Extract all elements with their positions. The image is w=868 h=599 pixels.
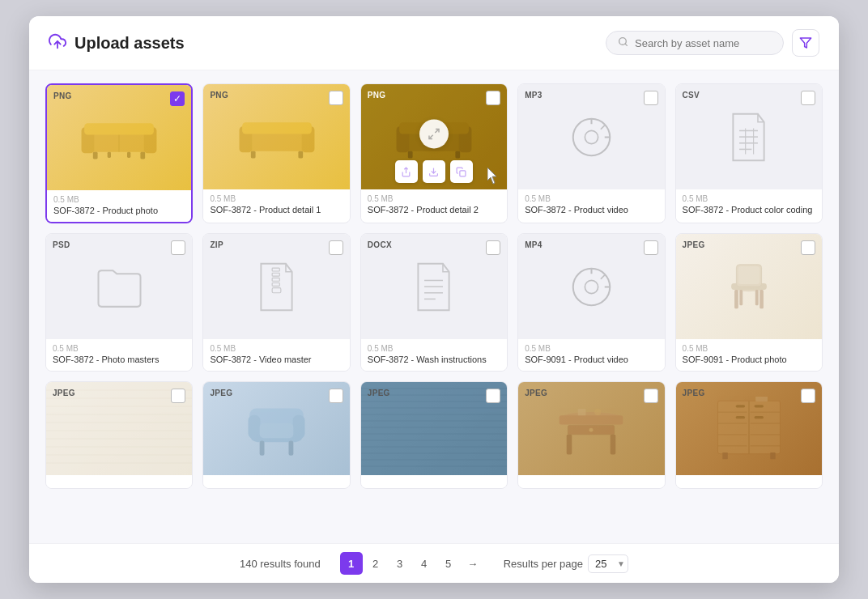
card-info [203, 475, 349, 488]
card-image [203, 84, 349, 189]
per-page-select[interactable]: 10 25 50 100 [588, 554, 628, 573]
svg-rect-16 [242, 122, 312, 134]
search-icon [618, 36, 628, 49]
card-checkbox[interactable] [801, 91, 815, 105]
next-page-button[interactable]: → [462, 552, 484, 575]
asset-card[interactable]: PNG [360, 83, 508, 223]
asset-grid-container: PNG ✓ [29, 70, 839, 543]
card-checkbox[interactable] [329, 91, 343, 105]
svg-rect-60 [760, 290, 764, 308]
card-type-label: JPEG [210, 389, 232, 397]
asset-card[interactable]: JPEG [45, 381, 193, 489]
svg-point-30 [573, 118, 611, 155]
card-info: 0.5 MB SOF-9091 - Product photo [676, 339, 822, 371]
card-checkbox[interactable] [644, 91, 658, 105]
asset-card[interactable]: JPEG [202, 381, 350, 489]
card-type-label: JPEG [683, 240, 705, 249]
header-right [606, 29, 819, 57]
card-info: 0.5 MB SOF-3872 - Product color coding [676, 189, 822, 221]
card-image [361, 234, 507, 339]
page-4-button[interactable]: 4 [413, 552, 436, 575]
svg-rect-62 [755, 290, 759, 305]
svg-marker-3 [800, 38, 811, 48]
page-3-button[interactable]: 3 [389, 552, 411, 575]
svg-rect-11 [108, 152, 111, 158]
card-checkbox[interactable] [486, 91, 500, 105]
card-name: SOF-3872 - Product color coding [683, 205, 815, 215]
svg-line-2 [625, 44, 627, 45]
svg-rect-43 [272, 278, 279, 281]
footer-center: 140 results found 1 2 3 4 5 → Results pe… [45, 552, 823, 575]
svg-rect-119 [755, 397, 768, 401]
card-name: SOF-3872 - Product video [525, 205, 657, 215]
card-checkbox[interactable] [171, 389, 185, 403]
asset-card[interactable]: PSD 0.5 MB SOF-3872 - Photo masters [45, 233, 193, 372]
card-image [676, 234, 822, 339]
card-checkbox[interactable] [171, 240, 185, 255]
card-info: 0.5 MB SOF-3872 - Video master [203, 339, 349, 371]
card-name: SOF-9091 - Product video [525, 355, 657, 364]
card-size: 0.5 MB [210, 194, 343, 203]
card-checkbox[interactable] [329, 240, 343, 255]
asset-card[interactable]: CSV 0.5 MB SOF-387 [675, 83, 823, 223]
card-info: 0.5 MB SOF-3872 - Product video [518, 189, 664, 221]
svg-rect-44 [272, 283, 279, 286]
card-image [361, 84, 507, 189]
card-type-label: JPEG [683, 389, 705, 397]
card-type-label: DOCX [368, 240, 392, 249]
card-info: 0.5 MB SOF-3872 - Product photo [47, 190, 191, 222]
card-type-label: PNG [368, 91, 386, 100]
card-checkbox[interactable] [644, 240, 658, 255]
page-1-button[interactable]: 1 [340, 552, 363, 575]
asset-card[interactable]: JPEG [517, 381, 665, 489]
svg-rect-101 [578, 409, 586, 415]
svg-point-102 [594, 409, 601, 415]
card-checkbox[interactable]: ✓ [170, 91, 185, 106]
results-count: 140 results found [240, 558, 321, 570]
asset-card[interactable]: JPEG [675, 381, 823, 489]
card-info: 0.5 MB SOF-3872 - Product detail 1 [203, 189, 349, 221]
share-button[interactable] [395, 160, 418, 183]
card-type-label: ZIP [210, 240, 223, 249]
svg-rect-29 [460, 170, 466, 176]
card-type-label: PNG [210, 91, 228, 100]
asset-card[interactable]: MP3 0.5 MB SOF-3872 - Product video [517, 83, 665, 223]
asset-card[interactable]: DOCX 0.5 MB SOF-3872 - Wash instructions [360, 233, 508, 372]
card-name: SOF-3872 - Product photo [53, 206, 185, 215]
svg-rect-8 [84, 123, 154, 134]
filter-button[interactable] [792, 29, 819, 57]
page-2-button[interactable]: 2 [364, 552, 387, 575]
card-type-label: PSD [53, 240, 70, 249]
main-window: Upload assets P [29, 16, 839, 583]
download-button[interactable] [423, 160, 445, 183]
svg-rect-9 [93, 152, 98, 159]
card-size: 0.5 MB [210, 344, 343, 353]
svg-point-51 [585, 280, 598, 293]
asset-card[interactable]: MP4 0.5 MB SOF-9091 - Product video [517, 233, 665, 372]
asset-card[interactable]: PNG 0.5 MB SOF-3872 - Product detail 1 [202, 83, 350, 223]
card-checkbox[interactable] [801, 240, 815, 255]
card-image [518, 234, 664, 339]
card-size: 0.5 MB [368, 194, 500, 203]
svg-rect-17 [250, 151, 255, 159]
footer: 140 results found 1 2 3 4 5 → Results pe… [29, 543, 839, 583]
svg-rect-100 [611, 435, 616, 455]
copy-button[interactable] [450, 160, 473, 183]
card-type-label: CSV [683, 91, 700, 100]
card-checkbox[interactable] [801, 389, 815, 403]
card-name: SOF-3872 - Product detail 1 [210, 205, 343, 215]
asset-card[interactable]: ZIP 0.5 MB SOF-387 [202, 233, 350, 372]
asset-card[interactable]: JPEG [360, 381, 508, 489]
card-checkbox[interactable] [644, 389, 658, 403]
svg-rect-41 [272, 268, 279, 271]
asset-card[interactable]: PNG ✓ [45, 83, 193, 223]
card-checkbox[interactable] [486, 389, 500, 403]
asset-card[interactable]: JPEG [675, 233, 823, 372]
svg-rect-42 [272, 273, 279, 276]
svg-rect-79 [260, 441, 265, 456]
page-5-button[interactable]: 5 [437, 552, 460, 575]
search-input[interactable] [635, 37, 772, 49]
card-checkbox[interactable] [329, 389, 343, 403]
card-checkbox[interactable] [486, 240, 500, 255]
card-info: 0.5 MB SOF-9091 - Product video [518, 339, 664, 371]
